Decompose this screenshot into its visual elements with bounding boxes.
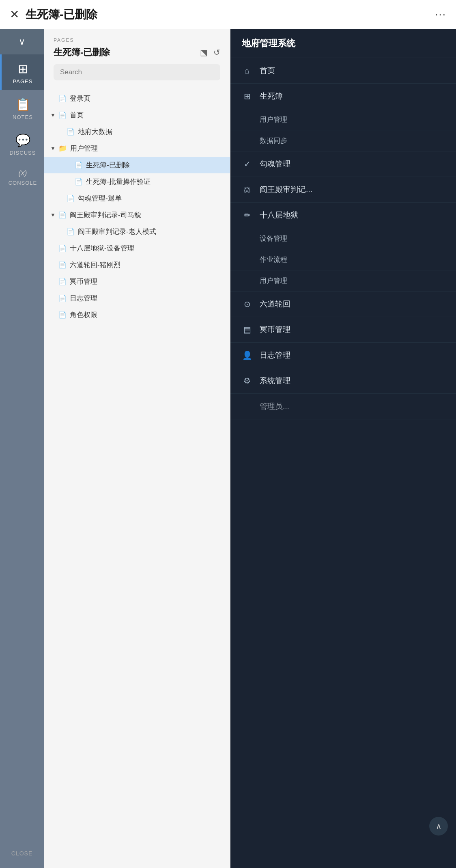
pencil-icon: ✏ <box>242 210 252 220</box>
tree-item-label: 十八层地狱-设备管理 <box>70 244 134 253</box>
right-nav-shengsi[interactable]: ⊞ 生死簿 <box>230 84 456 109</box>
pages-panel: PAGES 生死簿-已删除 ⬔ ↺ 📄 登录页 ▼ 📄 <box>44 29 230 868</box>
right-nav-sub-label: 作业流程 <box>260 256 287 263</box>
doc-icon: 📄 <box>58 278 67 285</box>
tree-item-label: 用户管理 <box>70 144 98 153</box>
right-nav-label: 阎王殿审判记... <box>260 184 312 195</box>
home-icon: ⌂ <box>242 66 252 76</box>
scroll-top-button[interactable]: ∧ <box>429 817 448 836</box>
right-nav-yanluo[interactable]: ⚖ 阎王殿审判记... <box>230 177 456 203</box>
tree-item-label: 角色权限 <box>70 310 97 320</box>
search-input[interactable] <box>60 68 214 76</box>
tree-item-user-mgmt[interactable]: ▼ 📁 用户管理 <box>44 140 230 157</box>
doc-icon: 📄 <box>75 161 83 169</box>
right-nav-liudao[interactable]: ⊙ 六道轮回 <box>230 291 456 317</box>
expand-arrow: ▼ <box>50 112 56 118</box>
tree-item-label: 首页 <box>70 110 84 120</box>
tree-item-label: 冥币管理 <box>70 277 97 286</box>
right-app-title: 地府管理系统 <box>230 29 456 58</box>
tree-item-label: 勾魂管理-退单 <box>78 194 122 203</box>
doc-icon: 📄 <box>58 95 67 102</box>
tree-item-gouhun[interactable]: 📄 勾魂管理-退单 <box>44 190 230 207</box>
close-icon[interactable]: ✕ <box>10 9 19 20</box>
tree-item-shengsi-batch[interactable]: 📄 生死簿-批量操作验证 <box>44 173 230 190</box>
right-nav-sub-data-sync[interactable]: 数据同步 <box>230 130 456 151</box>
tree-item-difu[interactable]: 📄 地府大数据 <box>44 123 230 140</box>
pages-panel-title: 生死簿-已删除 <box>54 46 110 58</box>
doc-icon: 📄 <box>58 244 67 252</box>
no-arrow <box>50 279 56 285</box>
refresh-icon[interactable]: ↺ <box>213 48 220 57</box>
right-nav-sub-user-mgmt[interactable]: 用户管理 <box>230 109 456 130</box>
right-nav-manage[interactable]: 管理员... <box>230 394 456 419</box>
tree-item-micoins[interactable]: 📄 冥币管理 <box>44 273 230 290</box>
tree-item-liudao[interactable]: 📄 六道轮回-猪刚烈 <box>44 257 230 273</box>
close-label[interactable]: CLOSE <box>11 845 32 862</box>
check-icon: ✓ <box>242 159 252 169</box>
tree-item-label: 地府大数据 <box>78 127 112 136</box>
no-arrow <box>50 95 56 101</box>
cycle-icon: ⊙ <box>242 299 252 309</box>
sidebar-item-console-label: CONSOLE <box>9 180 37 186</box>
tree-list: 📄 登录页 ▼ 📄 首页 📄 地府大数据 ▼ 📁 用户管理 <box>44 89 230 868</box>
no-arrow <box>58 229 64 235</box>
no-arrow <box>50 262 56 268</box>
sidebar-bottom: CLOSE <box>0 845 44 868</box>
tree-item-shengsi[interactable]: 📄 生死簿-已删除 <box>44 157 230 173</box>
scroll-up-icon: ∧ <box>436 821 442 831</box>
sidebar-item-pages[interactable]: ⊞ PAGES <box>0 54 44 90</box>
no-arrow <box>50 245 56 251</box>
expand-arrow: ▼ <box>50 145 56 151</box>
doc-icon: 📄 <box>58 294 67 302</box>
sidebar-item-notes-label: NOTES <box>13 114 33 120</box>
sidebar-dropdown[interactable]: ∨ <box>0 29 44 54</box>
tree-item-roles[interactable]: 📄 角色权限 <box>44 307 230 323</box>
right-nav-label: 六道轮回 <box>260 299 290 309</box>
sidebar-item-discuss[interactable]: 💬 DISCUSS <box>0 126 44 162</box>
tree-item-login[interactable]: 📄 登录页 <box>44 90 230 107</box>
right-nav-label: 生死簿 <box>260 91 283 101</box>
export-icon[interactable]: ⬔ <box>200 48 208 57</box>
tree-item-label: 阎王殿审判记录-司马貌 <box>70 210 141 220</box>
sidebar-item-notes[interactable]: 📋 NOTES <box>0 90 44 126</box>
page-title: 生死簿-已删除 <box>26 7 97 22</box>
right-nav-system[interactable]: ⚙ 系统管理 <box>230 368 456 394</box>
no-arrow <box>58 195 64 201</box>
more-options-button[interactable]: ··· <box>435 8 446 21</box>
right-nav-sub-workflow[interactable]: 作业流程 <box>230 249 456 270</box>
right-nav-label: 勾魂管理 <box>260 159 290 169</box>
right-nav-sub-equip[interactable]: 设备管理 <box>230 228 456 249</box>
right-panel: 地府管理系统 ⌂ 首页 ⊞ 生死簿 用户管理 数据同步 ✓ 勾魂管理 <box>230 29 456 868</box>
sidebar-item-pages-label: PAGES <box>13 78 33 84</box>
pages-icon: ⊞ <box>18 62 28 76</box>
tree-item-label: 登录页 <box>70 94 90 103</box>
right-nav-label: 管理员... <box>260 401 289 412</box>
tree-item-eighteen[interactable]: 📄 十八层地狱-设备管理 <box>44 240 230 257</box>
right-nav-gouhun[interactable]: ✓ 勾魂管理 <box>230 151 456 177</box>
right-nav-eighteen[interactable]: ✏ 十八层地狱 <box>230 203 456 228</box>
right-nav-sub-user-mgmt2[interactable]: 用户管理 <box>230 270 456 291</box>
right-nav-logs[interactable]: 👤 日志管理 <box>230 343 456 368</box>
right-nav-label: 日志管理 <box>260 350 290 361</box>
tree-item-logs[interactable]: 📄 日志管理 <box>44 290 230 307</box>
pages-section-label: PAGES <box>54 37 220 43</box>
tree-item-home[interactable]: ▼ 📄 首页 <box>44 107 230 123</box>
coins-icon: ▤ <box>242 325 252 335</box>
right-nav-micoins[interactable]: ▤ 冥币管理 <box>230 317 456 343</box>
main-container: ∨ ⊞ PAGES 📋 NOTES 💬 DISCUSS (x) CONSOLE … <box>0 29 456 868</box>
no-arrow <box>67 179 72 185</box>
gear-icon: ⚙ <box>242 376 252 386</box>
right-nav-sub-label: 数据同步 <box>260 137 287 145</box>
doc-icon: 📄 <box>75 178 83 186</box>
tree-item-label: 生死簿-已删除 <box>86 160 130 170</box>
doc-icon: 📄 <box>67 128 75 136</box>
doc-icon: 📄 <box>58 211 67 219</box>
tree-item-yanluo-old[interactable]: 📄 阎王殿审判记录-老人模式 <box>44 223 230 240</box>
tree-item-yanluo[interactable]: ▼ 📄 阎王殿审判记录-司马貌 <box>44 207 230 223</box>
search-box[interactable] <box>54 64 220 80</box>
right-nav-label: 系统管理 <box>260 376 290 386</box>
right-panel-container: 地府管理系统 ⌂ 首页 ⊞ 生死簿 用户管理 数据同步 ✓ 勾魂管理 <box>230 29 456 868</box>
right-nav-home[interactable]: ⌂ 首页 <box>230 58 456 84</box>
discuss-icon: 💬 <box>15 133 30 147</box>
sidebar-item-console[interactable]: (x) CONSOLE <box>0 162 44 192</box>
